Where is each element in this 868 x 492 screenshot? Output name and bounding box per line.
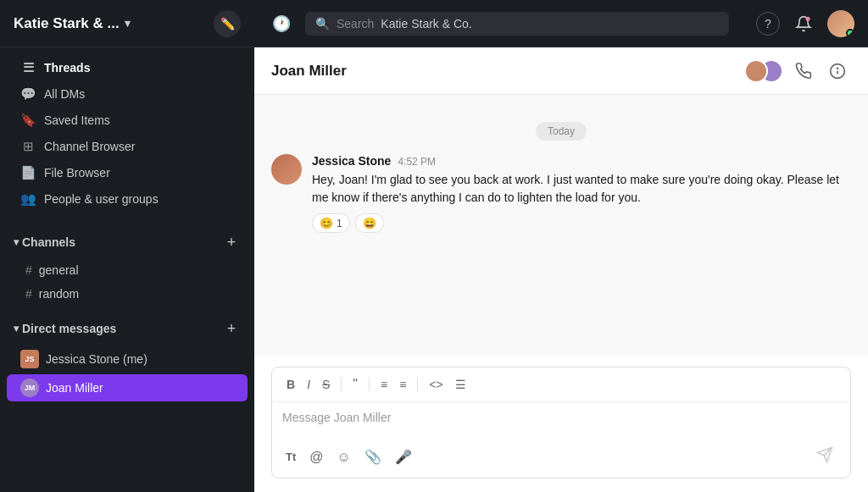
ordered-list-button[interactable]: ≡ [395, 375, 410, 394]
channel-random-label: random [39, 287, 79, 301]
online-indicator [846, 29, 854, 37]
channels-section-header: ▾ Channels + [0, 226, 254, 258]
toolbar-divider-2 [369, 378, 370, 391]
hash-icon-random: # [25, 287, 32, 301]
search-bar[interactable]: 🔍 Search Katie Stark & Co. [305, 12, 729, 36]
channel-browser-icon: ⊞ [20, 139, 36, 154]
chat-area: Joan Miller [254, 47, 868, 492]
sidebar: Katie Stark & ... ▾ ✏️ ☰ Threads 💬 All D… [0, 0, 254, 492]
topbar-right: ? [756, 10, 854, 37]
jessica-dm-label: Jessica Stone (me) [46, 352, 147, 366]
input-toolbar: B I S " ≡ ≡ <> ☰ [272, 368, 850, 402]
toolbar-divider-3 [417, 378, 418, 391]
reaction-emoji: 😊 [320, 217, 333, 229]
channels-chevron-icon: ▾ [14, 236, 19, 248]
reaction-smile[interactable]: 😊 1 [312, 213, 350, 233]
sidebar-item-file-browser[interactable]: 📄 File Browser [7, 160, 248, 185]
reaction-add-emoji: 😄 [363, 217, 376, 229]
blockquote-button[interactable]: " [348, 374, 362, 395]
messages-container: Today Jessica Stone 4:52 PM Hey, Joan! I… [254, 95, 868, 357]
sidebar-item-people[interactable]: 👥 People & user groups [7, 186, 248, 212]
people-label: People & user groups [44, 192, 159, 206]
channels-section-toggle[interactable]: ▾ Channels [14, 235, 75, 249]
joan-dm-label: Joan Miller [46, 381, 103, 395]
help-button[interactable]: ? [756, 12, 780, 36]
notification-button[interactable] [790, 10, 817, 37]
message-header: Jessica Stone 4:52 PM [312, 154, 851, 168]
jessica-avatar: JS [20, 350, 39, 368]
unordered-list-button[interactable]: ≡ [376, 375, 392, 394]
message-input-placeholder: Message Joan Miller [282, 411, 391, 424]
history-button[interactable]: 🕐 [268, 10, 295, 37]
date-divider: Today [271, 122, 851, 141]
channel-item-general[interactable]: # general [7, 259, 248, 281]
message-input-area: B I S " ≡ ≡ <> ☰ Message Joan Miller [254, 357, 868, 492]
joan-avatar: JM [20, 379, 39, 397]
message-body: Jessica Stone 4:52 PM Hey, Joan! I'm gla… [312, 154, 851, 233]
saved-items-icon: 🔖 [20, 113, 36, 128]
message-avatar [271, 154, 302, 185]
add-channel-button[interactable]: + [222, 233, 241, 252]
bold-button[interactable]: B [282, 375, 299, 394]
workspace-title[interactable]: Katie Stark & ... ▾ [14, 15, 131, 32]
reaction-count: 1 [337, 218, 342, 229]
message-author: Jessica Stone [312, 154, 391, 168]
channel-browser-label: Channel Browser [44, 140, 135, 153]
topbar: 🕐 🔍 Search Katie Stark & Co. ? [254, 0, 868, 47]
message-time: 4:52 PM [398, 156, 436, 168]
search-icon: 🔍 [315, 17, 330, 30]
italic-button[interactable]: I [303, 375, 314, 394]
mention-button[interactable]: @ [306, 446, 326, 468]
reactions: 😊 1 😄 [312, 213, 851, 233]
info-button[interactable] [824, 58, 851, 85]
search-placeholder: Search [337, 17, 374, 30]
all-dms-label: All DMs [44, 87, 85, 101]
workspace-chevron-icon: ▾ [125, 17, 131, 30]
file-browser-icon: 📄 [20, 165, 36, 180]
text-format-button[interactable]: Tt [282, 447, 299, 467]
message-input-container: B I S " ≡ ≡ <> ☰ Message Joan Miller [271, 367, 851, 478]
sidebar-item-all-dms[interactable]: 💬 All DMs [7, 81, 248, 107]
add-dm-button[interactable]: + [222, 319, 241, 338]
sidebar-item-threads[interactable]: ☰ Threads [7, 55, 248, 80]
send-button[interactable] [810, 443, 840, 471]
code-button[interactable]: <> [425, 375, 447, 394]
dm-section-toggle[interactable]: ▾ Direct messages [14, 322, 116, 335]
sidebar-navigation: ☰ Threads 💬 All DMs 🔖 Saved Items ⊞ Chan… [0, 47, 254, 219]
threads-label: Threads [44, 61, 90, 75]
reaction-add[interactable]: 😄 [355, 213, 384, 233]
attach-button[interactable]: 📎 [361, 445, 385, 468]
code-block-button[interactable]: ☰ [451, 375, 470, 394]
avatar-group [744, 59, 783, 83]
input-bottom-left: Tt @ ☺ 📎 🎤 [282, 445, 415, 468]
channel-item-random[interactable]: # random [7, 283, 248, 305]
message-input-field[interactable]: Message Joan Miller [272, 402, 850, 436]
call-button[interactable] [790, 58, 817, 85]
chat-title: Joan Miller [271, 63, 347, 80]
message-text: Hey, Joan! I'm glad to see you back at w… [312, 171, 851, 207]
channels-section-label: Channels [22, 235, 75, 249]
search-workspace-label: Katie Stark & Co. [381, 17, 471, 30]
main-panel: 🕐 🔍 Search Katie Stark & Co. ? [254, 0, 868, 492]
hash-icon: # [25, 263, 32, 277]
app-container: Katie Stark & ... ▾ ✏️ ☰ Threads 💬 All D… [0, 0, 868, 492]
file-browser-label: File Browser [44, 166, 110, 180]
sidebar-header: Katie Stark & ... ▾ ✏️ [0, 0, 254, 47]
dm-chevron-icon: ▾ [14, 323, 19, 334]
edit-button[interactable]: ✏️ [214, 10, 241, 37]
chat-header: Joan Miller [254, 47, 868, 95]
dm-item-joan[interactable]: JM Joan Miller [7, 374, 248, 401]
user-avatar[interactable] [827, 10, 854, 37]
sidebar-item-channel-browser[interactable]: ⊞ Channel Browser [7, 134, 248, 159]
sidebar-item-saved-items[interactable]: 🔖 Saved Items [7, 108, 248, 133]
chat-header-actions [744, 58, 851, 85]
dm-item-jessica[interactable]: JS Jessica Stone (me) [7, 346, 248, 373]
dm-section-header: ▾ Direct messages + [0, 312, 254, 345]
emoji-button[interactable]: ☺ [334, 446, 354, 468]
avatar-group-item-1 [744, 59, 768, 83]
date-label: Today [536, 122, 587, 141]
message-row: Jessica Stone 4:52 PM Hey, Joan! I'm gla… [271, 154, 851, 233]
audio-button[interactable]: 🎤 [392, 445, 415, 468]
input-bottom-toolbar: Tt @ ☺ 📎 🎤 [272, 436, 850, 478]
strikethrough-button[interactable]: S [318, 375, 334, 394]
